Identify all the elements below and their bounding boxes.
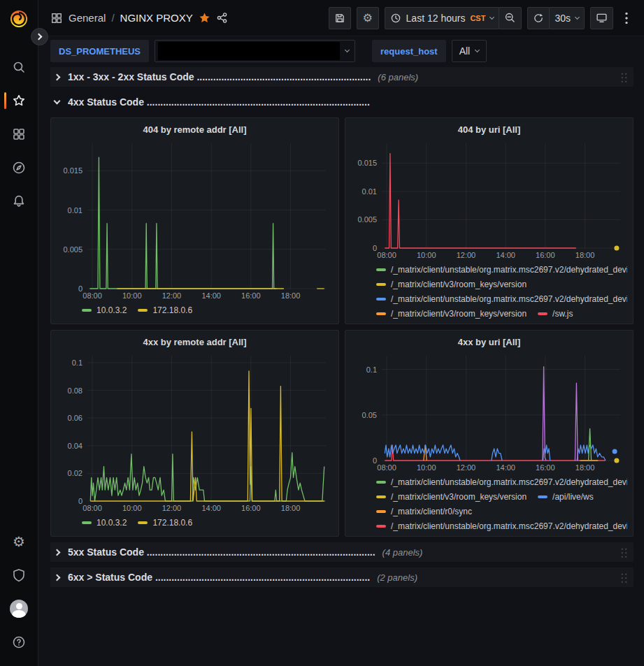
timeseries-chart[interactable]: 08:0010:0012:0014:0016:0018:0000.050.1 bbox=[351, 350, 627, 473]
dashboard-settings-button[interactable]: ⚙ bbox=[357, 7, 379, 29]
row-5xx[interactable]: 5xx Status Code ........................… bbox=[50, 542, 634, 562]
svg-text:18:00: 18:00 bbox=[281, 291, 301, 300]
legend-label: /_matrix/client/v3/room_keys/version bbox=[391, 492, 527, 502]
panel-4xx-by-uri: 4xx by uri [All] 08:0010:0012:0014:0016:… bbox=[345, 330, 634, 537]
gear-icon: ⚙ bbox=[13, 535, 25, 549]
grafana-logo[interactable] bbox=[7, 7, 31, 31]
main-area: General / NGINX PROXY ⚙ Last 12 hours bbox=[38, 0, 644, 666]
legend-item[interactable]: 10.0.3.2 bbox=[82, 303, 127, 317]
chevron-right-icon bbox=[54, 73, 61, 80]
svg-text:0.1: 0.1 bbox=[72, 359, 83, 367]
svg-text:0: 0 bbox=[373, 456, 377, 465]
svg-text:16:00: 16:00 bbox=[536, 251, 555, 259]
more-options-button[interactable] bbox=[619, 7, 634, 29]
legend-label: /_matrix/client/v3/room_keys/version bbox=[391, 280, 527, 289]
row-panel-count: (2 panels) bbox=[377, 572, 417, 583]
sidebar-item-server-admin[interactable] bbox=[0, 558, 38, 592]
timeseries-chart[interactable]: 08:0010:0012:0014:0016:0018:0000.0050.01… bbox=[57, 138, 333, 301]
legend-item[interactable]: /api/live/ws bbox=[538, 489, 594, 504]
legend-item[interactable]: /_matrix/client/unstable/org.matrix.msc2… bbox=[376, 262, 627, 277]
time-picker-group: Last 12 hours CST bbox=[385, 7, 522, 29]
variable-value-ds-prometheus[interactable] bbox=[155, 40, 355, 62]
timeseries-chart[interactable]: 08:0010:0012:0014:0016:0018:0000.0050.01… bbox=[351, 138, 627, 261]
legend-label: /_matrix/client/r0/sync bbox=[391, 507, 472, 516]
legend-item[interactable]: /_matrix/client/v3/room_keys/version bbox=[376, 489, 527, 504]
variable-label-ds-prometheus: DS_PROMETHEUS bbox=[50, 40, 149, 62]
search-icon bbox=[12, 60, 26, 74]
dashboard-title[interactable]: NGINX PROXY bbox=[120, 12, 193, 24]
time-picker-button[interactable]: Last 12 hours CST bbox=[385, 7, 500, 29]
time-range-label: Last 12 hours bbox=[406, 13, 466, 24]
drag-handle[interactable] bbox=[620, 547, 628, 558]
compass-icon bbox=[12, 161, 26, 175]
svg-text:0: 0 bbox=[78, 284, 83, 293]
bell-icon bbox=[12, 194, 26, 208]
legend-swatch bbox=[538, 495, 548, 498]
svg-text:0.015: 0.015 bbox=[357, 159, 377, 167]
legend-item[interactable]: 172.18.0.6 bbox=[138, 303, 192, 317]
svg-text:0.01: 0.01 bbox=[68, 206, 83, 215]
drag-handle[interactable] bbox=[620, 72, 628, 82]
timeseries-chart[interactable]: 08:0010:0012:0014:0016:0018:0000.020.040… bbox=[57, 350, 333, 514]
sidebar-item-profile[interactable] bbox=[0, 592, 38, 625]
panel-title[interactable]: 404 by uri [All] bbox=[351, 121, 627, 138]
sidebar-item-starred[interactable] bbox=[0, 84, 38, 117]
grid-icon bbox=[50, 12, 63, 24]
legend-item[interactable]: /sw.js bbox=[538, 306, 573, 319]
svg-text:14:00: 14:00 bbox=[496, 251, 515, 259]
sidebar-expand-button[interactable] bbox=[31, 28, 48, 45]
legend-swatch bbox=[376, 312, 386, 315]
legend-swatch bbox=[376, 525, 386, 528]
row-6xx[interactable]: 6xx > Status Code ......................… bbox=[50, 567, 634, 587]
sidebar-item-explore[interactable] bbox=[0, 151, 38, 184]
tv-mode-button[interactable] bbox=[590, 7, 613, 29]
legend-label: 10.0.3.2 bbox=[96, 305, 127, 315]
row-1xx-3xx-2xx[interactable]: 1xx - 3xx - 2xx Status Code ............… bbox=[50, 67, 634, 87]
star-filled-icon[interactable] bbox=[199, 12, 210, 24]
legend-item[interactable]: /_matrix/client/r0/sync bbox=[376, 504, 472, 519]
chevron-down-icon bbox=[345, 48, 350, 52]
zoom-out-time-button[interactable] bbox=[499, 7, 522, 29]
refresh-button[interactable] bbox=[527, 7, 550, 29]
svg-text:14:00: 14:00 bbox=[201, 504, 221, 512]
svg-text:12:00: 12:00 bbox=[457, 251, 476, 259]
panels-grid: 404 by remote addr [All] 08:0010:0012:00… bbox=[50, 117, 634, 537]
legend-item[interactable]: /_matrix/client/unstable/org.matrix.msc2… bbox=[376, 291, 627, 306]
legend-item[interactable]: 172.18.0.6 bbox=[138, 515, 192, 530]
legend-item[interactable]: 10.0.3.2 bbox=[82, 515, 127, 530]
legend-item[interactable]: /_matrix/client/unstable/org.matrix.msc2… bbox=[376, 519, 627, 532]
variables-bar: DS_PROMETHEUS request_host All bbox=[38, 36, 644, 66]
sidebar-item-dashboards[interactable] bbox=[0, 117, 38, 151]
svg-text:18:00: 18:00 bbox=[575, 463, 595, 472]
row-title: 4xx Status Code ........................… bbox=[68, 96, 370, 108]
refresh-icon bbox=[533, 13, 544, 24]
zoom-out-icon bbox=[504, 12, 516, 24]
panel-404-by-uri: 404 by uri [All] 08:0010:0012:0014:0016:… bbox=[345, 117, 634, 324]
svg-text:0.005: 0.005 bbox=[63, 245, 83, 254]
panel-title[interactable]: 404 by remote addr [All] bbox=[57, 121, 333, 138]
variable-value-request-host[interactable]: All bbox=[452, 40, 487, 62]
legend-item[interactable]: /_matrix/client/v3/room_keys/version bbox=[376, 277, 527, 291]
panel-title[interactable]: 4xx by uri [All] bbox=[351, 333, 627, 350]
chevron-right-icon bbox=[54, 549, 61, 556]
row-title: 6xx > Status Code ......................… bbox=[68, 572, 370, 583]
sidebar-item-help[interactable] bbox=[0, 625, 38, 659]
panel-title[interactable]: 4xx by remote addr [All] bbox=[57, 333, 333, 350]
chevron-right-icon bbox=[36, 34, 43, 41]
sidebar-item-search[interactable] bbox=[0, 50, 38, 84]
row-4xx[interactable]: 4xx Status Code ........................… bbox=[50, 92, 634, 112]
share-icon[interactable] bbox=[216, 12, 228, 24]
drag-handle[interactable] bbox=[620, 572, 628, 583]
row-title: 5xx Status Code ........................… bbox=[68, 546, 375, 558]
sidebar-item-configuration[interactable]: ⚙ bbox=[0, 525, 38, 558]
legend-item[interactable]: /_matrix/client/unstable/org.matrix.msc2… bbox=[376, 475, 627, 489]
chart-svg: 08:0010:0012:0014:0016:0018:0000.050.1 bbox=[351, 350, 627, 473]
refresh-interval-dropdown[interactable]: 30s bbox=[550, 7, 585, 29]
sidebar-item-alerting[interactable] bbox=[0, 184, 38, 218]
legend-swatch bbox=[538, 312, 548, 315]
legend-item[interactable]: /_matrix/client/v3/room_keys/version bbox=[376, 306, 527, 319]
breadcrumb-section[interactable]: General bbox=[69, 12, 106, 24]
save-dashboard-button[interactable] bbox=[329, 7, 351, 29]
gear-icon: ⚙ bbox=[362, 13, 372, 24]
help-icon bbox=[12, 635, 26, 649]
